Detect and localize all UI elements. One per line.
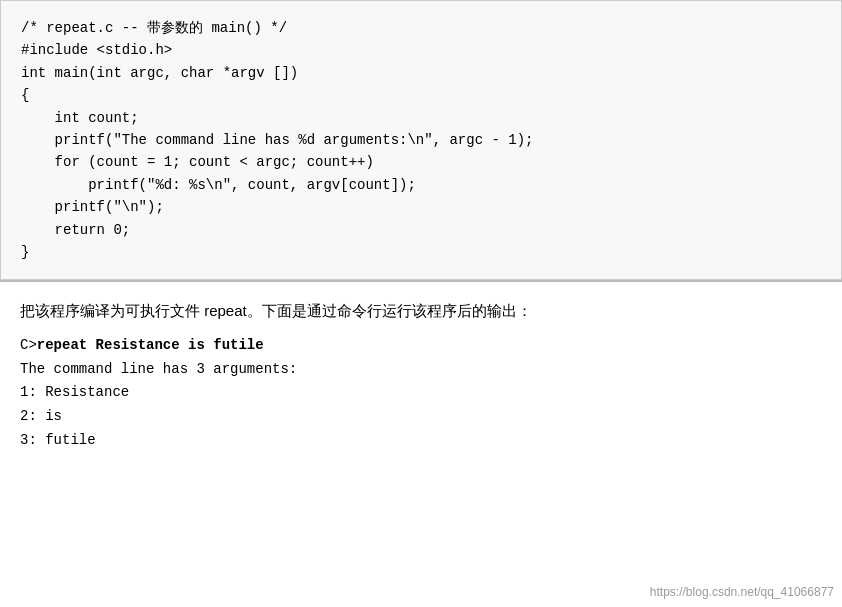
output-line: 3: futile xyxy=(20,429,822,453)
code-line: return 0; xyxy=(21,219,821,241)
prompt-text: C> xyxy=(20,334,37,358)
output-line: 2: is xyxy=(20,405,822,429)
output-line: 1: Resistance xyxy=(20,381,822,405)
code-line: printf("\n"); xyxy=(21,196,821,218)
code-line: printf("The command line has %d argument… xyxy=(21,129,821,151)
output-block: C> repeat Resistance is futile The comma… xyxy=(20,334,822,453)
code-line: printf("%d: %s\n", count, argv[count]); xyxy=(21,174,821,196)
code-line: { xyxy=(21,84,821,106)
description-text: 把该程序编译为可执行文件 repeat。下面是通过命令行运行该程序后的输出： xyxy=(20,298,822,324)
code-line: int count; xyxy=(21,107,821,129)
code-section: /* repeat.c -- 带参数的 main() */#include <s… xyxy=(0,0,842,280)
output-line: The command line has 3 arguments: xyxy=(20,358,822,382)
code-line: #include <stdio.h> xyxy=(21,39,821,61)
code-line: /* repeat.c -- 带参数的 main() */ xyxy=(21,17,821,39)
watermark: https://blog.csdn.net/qq_41066877 xyxy=(650,585,834,599)
command-text: repeat Resistance is futile xyxy=(37,334,264,358)
code-line: for (count = 1; count < argc; count++) xyxy=(21,151,821,173)
code-line: } xyxy=(21,241,821,263)
command-line: C> repeat Resistance is futile xyxy=(20,334,822,358)
code-block: /* repeat.c -- 带参数的 main() */#include <s… xyxy=(21,17,821,263)
output-lines: The command line has 3 arguments:1: Resi… xyxy=(20,358,822,453)
text-section: 把该程序编译为可执行文件 repeat。下面是通过命令行运行该程序后的输出： C… xyxy=(0,282,842,607)
page-container: /* repeat.c -- 带参数的 main() */#include <s… xyxy=(0,0,842,607)
code-line: int main(int argc, char *argv []) xyxy=(21,62,821,84)
